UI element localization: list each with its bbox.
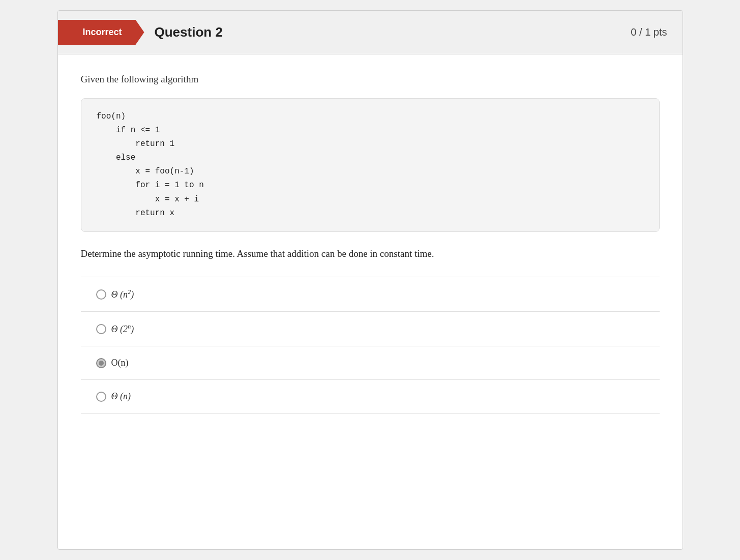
option-label-3: O(n) <box>111 358 129 368</box>
question-title: Question 2 <box>155 24 631 40</box>
list-item[interactable]: Θ (n2) <box>81 277 660 312</box>
question-card: Incorrect Question 2 0 / 1 pts Given the… <box>57 10 683 550</box>
code-line-6: for i = 1 to n <box>97 179 644 192</box>
question-prompt: Determine the asymptotic running time. A… <box>81 246 660 261</box>
question-header: Incorrect Question 2 0 / 1 pts <box>58 11 683 54</box>
code-line-5: x = foo(n-1) <box>97 165 644 179</box>
incorrect-badge: Incorrect <box>58 20 144 45</box>
options-list: Θ (n2) Θ (2n) O(n) Θ (n) <box>81 277 660 414</box>
code-line-2: if n <= 1 <box>97 124 644 137</box>
list-item[interactable]: Θ (n) <box>81 380 660 414</box>
list-item[interactable]: Θ (2n) <box>81 312 660 346</box>
radio-option-4[interactable] <box>96 392 106 402</box>
radio-option-1[interactable] <box>96 289 106 300</box>
code-block: foo(n) if n <= 1 return 1 else x = foo(n… <box>81 98 660 232</box>
list-item[interactable]: O(n) <box>81 346 660 380</box>
code-line-1: foo(n) <box>97 110 644 124</box>
option-label-2: Θ (2n) <box>111 323 134 335</box>
option-label-1: Θ (n2) <box>111 288 134 300</box>
question-body: Given the following algorithm foo(n) if … <box>58 54 683 439</box>
intro-text: Given the following algorithm <box>81 72 660 87</box>
code-line-3: return 1 <box>97 137 644 151</box>
option-label-4: Θ (n) <box>111 391 131 402</box>
code-line-4: else <box>97 151 644 165</box>
question-points: 0 / 1 pts <box>631 26 667 38</box>
code-line-7: x = x + i <box>97 193 644 207</box>
code-line-8: return x <box>97 207 644 220</box>
radio-option-2[interactable] <box>96 324 106 334</box>
radio-option-3[interactable] <box>96 358 106 368</box>
